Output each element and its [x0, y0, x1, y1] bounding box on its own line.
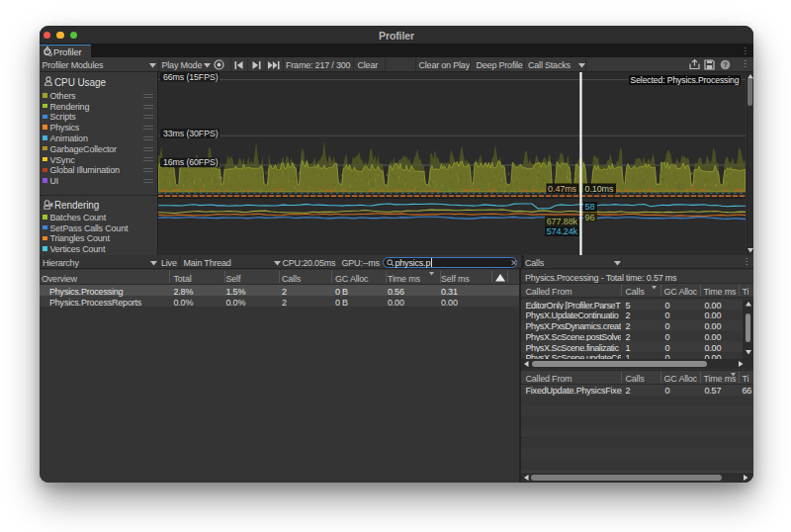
svg-text:96: 96 [585, 212, 595, 222]
svg-text:16ms (60FPS): 16ms (60FPS) [163, 157, 219, 167]
svg-text:677.88k: 677.88k [547, 216, 578, 225]
svg-text:0.10ms: 0.10ms [585, 183, 615, 193]
svg-text:66ms (15FPS): 66ms (15FPS) [163, 72, 219, 82]
svg-text:574.24k: 574.24k [547, 226, 578, 236]
svg-text:?: ? [723, 60, 728, 69]
svg-text:58: 58 [585, 202, 595, 212]
svg-text:Selected: Physics.Processing: Selected: Physics.Processing [631, 75, 740, 85]
svg-text:0.47ms: 0.47ms [548, 183, 577, 193]
svg-text:33ms (30FPS): 33ms (30FPS) [163, 128, 219, 137]
